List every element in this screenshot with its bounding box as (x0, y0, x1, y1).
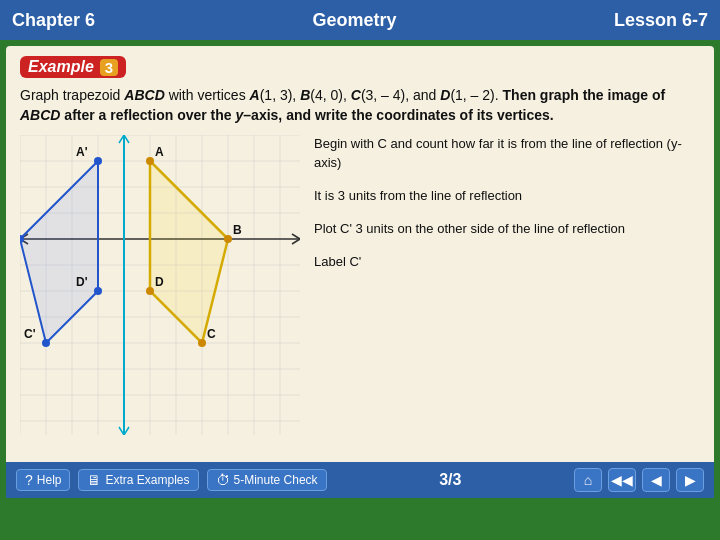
content-area: Begin with C and count how far it is fro… (20, 135, 700, 435)
check-icon: ⏱ (216, 472, 230, 488)
footer-nav: ⌂ ◀◀ ◀ ▶ (574, 468, 704, 492)
nav-home-button[interactable]: ⌂ (574, 468, 602, 492)
nav-next-button[interactable]: ▶ (676, 468, 704, 492)
help-label: Help (37, 473, 62, 487)
page-text: 3/3 (439, 471, 461, 488)
side-note-4-text: Label C' (314, 254, 361, 269)
nav-prev-button[interactable]: ◀ (642, 468, 670, 492)
header-chapter: Chapter 6 (12, 10, 95, 31)
help-icon: ? (25, 472, 33, 488)
side-note-4: Label C' (314, 253, 700, 272)
side-note-1-text: Begin with C and count how far it is fro… (314, 136, 682, 170)
help-button[interactable]: ? Help (16, 469, 70, 491)
side-note-2: It is 3 units from the line of reflectio… (314, 187, 700, 206)
footer: ? Help 🖥 Extra Examples ⏱ 5-Minute Check… (6, 462, 714, 498)
check-label: 5-Minute Check (234, 473, 318, 487)
problem-text: Graph trapezoid ABCD with vertices A(1, … (20, 86, 700, 125)
example-number: 3 (100, 59, 118, 76)
example-label: Example (28, 58, 94, 76)
header-lesson: Lesson 6-7 (614, 10, 708, 31)
side-notes: Begin with C and count how far it is fro… (314, 135, 700, 435)
five-minute-check-button[interactable]: ⏱ 5-Minute Check (207, 469, 327, 491)
example-badge: Example 3 (20, 56, 126, 78)
coordinate-grid (20, 135, 300, 435)
extra-examples-button[interactable]: 🖥 Extra Examples (78, 469, 198, 491)
extra-icon: 🖥 (87, 472, 101, 488)
side-note-3: Plot C' 3 units on the other side of the… (314, 220, 700, 239)
nav-back-button[interactable]: ◀◀ (608, 468, 636, 492)
page-indicator: 3/3 (439, 471, 461, 489)
header: Chapter 6 Geometry Lesson 6-7 (0, 0, 720, 40)
side-note-2-text: It is 3 units from the line of reflectio… (314, 188, 522, 203)
side-note-1: Begin with C and count how far it is fro… (314, 135, 700, 173)
side-note-3-text: Plot C' 3 units on the other side of the… (314, 221, 625, 236)
header-title: Geometry (312, 10, 396, 31)
grid-canvas (20, 135, 300, 435)
footer-left: ? Help 🖥 Extra Examples ⏱ 5-Minute Check (16, 469, 327, 491)
main-content: Example 3 Graph trapezoid ABCD with vert… (6, 46, 714, 498)
extra-label: Extra Examples (105, 473, 189, 487)
